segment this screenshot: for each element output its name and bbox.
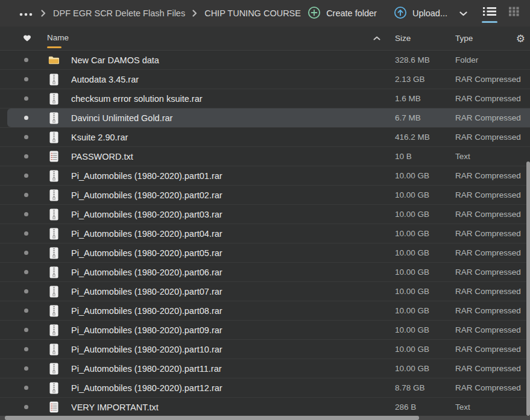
file-type: RAR Compressed (455, 248, 530, 257)
heart-icon (23, 33, 31, 44)
table-row[interactable]: Pi_Automobiles (1980-2020).part07.rar 10… (0, 282, 530, 301)
list-view-button[interactable] (482, 4, 497, 23)
table-row[interactable]: Davinci Unlimited Gold.rar 6.7 MB RAR Co… (0, 108, 530, 128)
file-name: Autodata 3.45.rar (71, 75, 395, 84)
favorite-dot-toggle[interactable] (24, 116, 28, 120)
rar-file-icon (49, 305, 58, 317)
upload-label: Upload... (412, 8, 447, 18)
rar-file-icon (49, 228, 58, 240)
rar-file-icon (49, 363, 58, 375)
table-row[interactable]: checksum error solution ksuite.rar 1.6 M… (0, 89, 530, 108)
upload-button[interactable]: Upload... (388, 2, 453, 25)
file-type: RAR Compressed (455, 268, 530, 277)
arrow-up-circle-icon (394, 6, 407, 21)
file-type-icon (48, 266, 59, 278)
gear-icon[interactable]: ⚙ (516, 33, 525, 43)
create-folder-button[interactable]: Create folder (301, 2, 383, 25)
file-type: RAR Compressed (455, 190, 530, 199)
favorite-dot-toggle[interactable] (24, 270, 28, 274)
table-row[interactable]: Autodata 3.45.rar 2.13 GB RAR Compressed (0, 70, 530, 89)
breadcrumb-item-parent[interactable]: DPF EGR SCR Delete Flash Files (53, 8, 185, 18)
table-row[interactable]: Ksuite 2.90.rar 416.2 MB RAR Compressed (0, 128, 530, 147)
file-size: 10.00 GB (395, 287, 455, 296)
file-size: 10.00 GB (395, 190, 455, 199)
favorite-dot-toggle[interactable] (24, 231, 28, 236)
table-row[interactable]: Pi_Automobiles (1980-2020).part12.rar 8.… (0, 378, 530, 398)
rar-file-icon (49, 286, 58, 298)
table-row[interactable]: Pi_Automobiles (1980-2020).part05.rar 10… (0, 243, 530, 263)
sort-ascending-icon[interactable] (373, 36, 380, 40)
file-type-icon (48, 382, 59, 394)
file-size: 10.00 GB (395, 248, 455, 257)
grid-view-active-indicator (506, 21, 522, 23)
file-name: New Car DAMOS data (71, 55, 395, 65)
favorite-dot-toggle[interactable] (24, 212, 28, 216)
file-type-icon (48, 189, 59, 201)
file-size: 10.00 GB (395, 171, 455, 180)
breadcrumb-menu-button[interactable] (18, 7, 34, 20)
favorite-dot-toggle[interactable] (24, 366, 28, 371)
table-row[interactable]: Pi_Automobiles (1980-2020).part09.rar 10… (0, 321, 530, 340)
file-size: 10.00 GB (395, 306, 455, 315)
topbar: DPF EGR SCR Delete Flash Files CHIP TUNI… (0, 0, 530, 27)
favorite-dot-toggle[interactable] (24, 154, 28, 158)
rar-file-icon (49, 93, 58, 105)
table-row[interactable]: Pi_Automobiles (1980-2020).part10.rar 10… (0, 340, 530, 359)
sort-column-indicator (47, 46, 62, 48)
size-column-header[interactable]: Size (395, 34, 455, 43)
favorite-dot-toggle[interactable] (24, 309, 28, 313)
chevron-down-icon (459, 8, 467, 19)
file-type-icon (48, 363, 59, 375)
favorite-dot-toggle[interactable] (24, 347, 28, 351)
favorite-dot-toggle[interactable] (24, 135, 28, 139)
file-type-icon (48, 305, 59, 317)
favorite-column-header[interactable] (23, 33, 31, 44)
file-size: 10.00 GB (395, 345, 455, 354)
favorite-dot-toggle[interactable] (24, 405, 28, 409)
file-type-icon (48, 55, 59, 64)
table-row[interactable]: PASSWORD.txt 10 B Text (0, 147, 530, 166)
file-type-icon (48, 286, 59, 298)
grid-view-button[interactable] (506, 4, 522, 23)
file-type-icon (48, 401, 59, 413)
table-row[interactable]: Pi_Automobiles (1980-2020).part02.rar 10… (0, 186, 530, 205)
favorite-dot-toggle[interactable] (24, 386, 28, 390)
horizontal-scrollbar-thumb[interactable] (5, 416, 419, 420)
table-row[interactable]: Pi_Automobiles (1980-2020).part04.rar 10… (0, 224, 530, 243)
favorite-dot-toggle[interactable] (24, 77, 28, 81)
horizontal-scrollbar-track[interactable] (0, 416, 530, 420)
file-name: Pi_Automobiles (1980-2020).part12.rar (71, 383, 395, 393)
favorite-dot-toggle[interactable] (24, 328, 28, 332)
file-type: RAR Compressed (455, 75, 530, 84)
table-row[interactable]: Pi_Automobiles (1980-2020).part06.rar 10… (0, 263, 530, 282)
name-column-header[interactable]: Name (47, 33, 69, 43)
file-type: RAR Compressed (455, 287, 530, 296)
rar-file-icon (49, 112, 58, 124)
vertical-scrollbar-thumb[interactable] (526, 161, 530, 416)
favorite-dot-toggle[interactable] (24, 96, 28, 101)
ellipsis-icon (19, 8, 33, 19)
list-header: Name Size Type ⚙ (0, 27, 530, 51)
table-row[interactable]: Pi_Automobiles (1980-2020).part08.rar 10… (0, 301, 530, 321)
table-row[interactable]: Pi_Automobiles (1980-2020).part11.rar 10… (0, 359, 530, 378)
favorite-dot-toggle[interactable] (24, 289, 28, 293)
table-row[interactable]: VERY IMPORTANT.txt 286 B Text (0, 398, 530, 417)
upload-options-button[interactable] (459, 8, 467, 19)
favorite-dot-toggle[interactable] (24, 251, 28, 255)
favorite-dot-toggle[interactable] (24, 58, 28, 62)
table-row[interactable]: Pi_Automobiles (1980-2020).part03.rar 10… (0, 205, 530, 224)
file-size: 6.7 MB (395, 113, 455, 122)
file-type-icon (48, 74, 59, 86)
file-size: 10.00 GB (395, 229, 455, 238)
file-size: 286 B (395, 403, 455, 412)
favorite-dot-toggle[interactable] (24, 193, 28, 197)
file-type-icon (48, 151, 59, 162)
rar-file-icon (49, 189, 58, 201)
file-type: RAR Compressed (455, 210, 530, 219)
file-size: 2.13 GB (395, 75, 455, 84)
favorite-dot-toggle[interactable] (24, 174, 28, 178)
table-row[interactable]: Pi_Automobiles (1980-2020).part01.rar 10… (0, 166, 530, 186)
name-column-label: Name (47, 33, 69, 42)
file-size: 1.6 MB (395, 94, 455, 103)
table-row[interactable]: New Car DAMOS data 328.6 MB Folder (0, 51, 530, 70)
